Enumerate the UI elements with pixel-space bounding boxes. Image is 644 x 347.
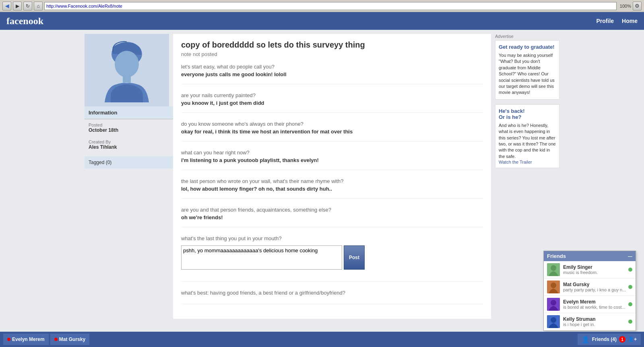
tagged-label: Tagged (0) [89, 160, 111, 165]
note-title: copy of boreddddd so lets do this survey… [181, 40, 483, 50]
avatar-silhouette [99, 38, 155, 102]
url-text: http://www.Facenook.com/AleRx8/note [46, 4, 122, 8]
svg-point-1 [115, 51, 139, 77]
qa-block-1: let's start easy, what do people call yo… [181, 64, 483, 84]
friend-status-emily: music is freedom. [563, 270, 627, 275]
profile-nav-link[interactable]: Profile [597, 18, 614, 24]
online-indicator-mat [628, 285, 632, 289]
zoom-level: 100% [620, 4, 631, 8]
ad-1-title[interactable]: Get ready to graduate! [499, 44, 556, 50]
answer-4: i'm listening to a punk youtoob playlist… [181, 157, 483, 163]
settings-button[interactable]: ⚙ [633, 2, 642, 10]
tagged-section: Tagged (0) [85, 156, 173, 168]
answer-1: everyone justs calls me good lookin! lol… [181, 71, 483, 77]
friends-panel-header: Friends — [544, 251, 636, 261]
answer-5: lol, how aboutt lemony finger? oh no, th… [181, 186, 483, 192]
forward-button[interactable]: ▶ [13, 2, 22, 10]
qa-block-6: are you and that person friends, acquain… [181, 207, 483, 227]
comment-input-area: pshh, yo mommaaaaaaaaaaaaa's delicious h… [181, 245, 483, 271]
address-bar[interactable]: http://www.Facenook.com/AleRx8/note [44, 2, 617, 10]
ad-2-text: And who is he? Honestly, what is even ha… [499, 123, 556, 160]
svg-rect-2 [123, 75, 131, 83]
friend-item-evelyn[interactable]: Evelyn Merem is bored at workk, time to … [544, 296, 636, 313]
question-6: are you and that person friends, acquain… [181, 207, 483, 213]
friend-avatar-evelyn [547, 298, 560, 311]
question-2: are your nails currently painted? [181, 92, 483, 98]
question-8: what's best: having good friends, a best… [181, 290, 483, 296]
svg-point-8 [551, 300, 556, 305]
question-5: the last person who wrote on your wall, … [181, 178, 483, 184]
posted-date: October 18th [89, 127, 169, 133]
question-1: let's start easy, what do people call yo… [181, 64, 483, 70]
qa-block-4: what can you hear right now? i'm listeni… [181, 150, 483, 170]
sidebar: Information Posted October 18th Created … [85, 34, 173, 319]
created-by-label: Created By [89, 139, 169, 144]
ad-1-text: You may be asking yourself "What? But yo… [499, 52, 556, 96]
qa-block-5: the last person who wrote on your wall, … [181, 178, 483, 199]
friends-panel-title: Friends [547, 253, 566, 259]
ad-box-1: Get ready to graduate! You may be asking… [495, 40, 559, 100]
comment-textarea[interactable]: pshh, yo mommaaaaaaaaaaaaa's delicious h… [181, 245, 342, 270]
friend-info-evelyn: Evelyn Merem is bored at workk, time to … [563, 299, 627, 310]
back-button[interactable]: ◀ [2, 2, 11, 10]
ad-box-2: He's back! Or is he? And who is he? Hone… [495, 104, 559, 168]
question-4: what can you hear right now? [181, 150, 483, 156]
main-container: Information Posted October 18th Created … [85, 30, 559, 319]
browser-chrome: ◀ ▶ ↻ ⌂ http://www.Facenook.com/AleRx8/n… [0, 0, 644, 12]
svg-point-4 [551, 265, 556, 271]
friend-info-mat: Mat Gursky party party party, i kno a gu… [563, 282, 627, 292]
friend-avatar-emily [547, 263, 560, 276]
friend-name-mat: Mat Gursky [563, 282, 627, 287]
friend-item-mat[interactable]: Mat Gursky party party party, i kno a gu… [544, 278, 636, 296]
friend-avatar-kelly [547, 315, 560, 319]
friend-item-kelly[interactable]: Kelly Struman is i hope i get in. [544, 313, 636, 319]
posted-section: Posted October 18th [85, 119, 173, 136]
profile-picture [85, 34, 169, 106]
created-by-value: Ales Tihlank [89, 144, 169, 150]
question-3: do you know someone who's always on thei… [181, 121, 483, 127]
svg-point-6 [551, 283, 556, 288]
friend-status-evelyn: is bored at workk, time to cost... [563, 305, 627, 310]
friend-info-kelly: Kelly Struman is i hope i get in. [563, 316, 627, 319]
friend-name-kelly: Kelly Struman [563, 316, 627, 319]
friends-panel: Friends — Emily Singer music is freedom.… [543, 251, 636, 319]
friend-status-mat: party party party, i kno a guy n... [563, 287, 627, 292]
main-nav: Profile Home [597, 18, 638, 24]
ad-2-title: He's back! Or is he? [499, 108, 556, 120]
posted-label: Posted [89, 123, 169, 127]
home-nav-link[interactable]: Home [622, 18, 638, 24]
friend-info-emily: Emily Singer music is freedom. [563, 264, 627, 275]
qa-block-7: what's the last thing you put in your mo… [181, 235, 483, 282]
answer-6: oh we're friends! [181, 214, 483, 220]
friend-item-emily[interactable]: Emily Singer music is freedom. [544, 261, 636, 278]
online-indicator-evelyn [628, 302, 632, 306]
friend-name-emily: Emily Singer [563, 264, 627, 270]
online-indicator-emily [628, 268, 632, 272]
facebook-header: facenook Profile Home [0, 12, 644, 30]
friend-avatar-mat [547, 281, 560, 293]
home-button[interactable]: ⌂ [34, 2, 43, 10]
created-by-section: Created By Ales Tihlank [85, 136, 173, 153]
question-7: what's the last thing you put in your mo… [181, 235, 483, 241]
note-subtitle: note not posted [181, 51, 483, 57]
post-button[interactable]: Post [344, 245, 365, 270]
qa-block-3: do you know someone who's always on thei… [181, 121, 483, 141]
ad-2-link[interactable]: Watch the Trailer [499, 160, 556, 164]
refresh-button[interactable]: ↻ [23, 2, 32, 10]
content-area: copy of boreddddd so lets do this survey… [173, 34, 491, 319]
advertise-label: Advertise [495, 34, 559, 39]
qa-block-8: what's best: having good friends, a best… [181, 290, 483, 304]
answer-3: okay for real, i think its time we host … [181, 129, 483, 135]
friends-minimize-button[interactable]: — [628, 254, 632, 259]
friend-name-evelyn: Evelyn Merem [563, 299, 627, 305]
facebook-logo: facenook [6, 16, 43, 27]
answer-2: you knoow it, i just got them didd [181, 100, 483, 106]
information-label: Information [89, 110, 118, 116]
qa-block-2: are your nails currently painted? you kn… [181, 92, 483, 113]
information-section: Information [85, 106, 173, 119]
